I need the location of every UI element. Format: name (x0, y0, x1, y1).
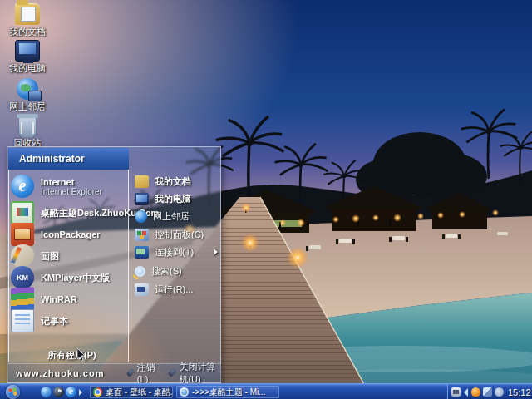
menu-item-notepad[interactable]: 记事本 (11, 310, 126, 332)
taskbar-window-wallpaper[interactable]: 桌面 - 壁纸 - 桌酷... (90, 386, 173, 398)
quick-launch-ie-icon[interactable]: e (66, 387, 76, 397)
kmplayer-icon: KM (11, 266, 34, 289)
menu-item-run[interactable]: 运行(R)... (135, 281, 221, 298)
taskbar: e 桌面 - 壁纸 - 桌酷... ->>>桌酷主题 - Mi... 15:12 (0, 383, 532, 399)
start-menu-footer: www.zhuoku.com 注销(L) 关闭计算机(U) (8, 363, 221, 382)
menu-item-kmplayer[interactable]: KM KMPlayer中文版 (11, 267, 126, 288)
menu-item-winrar[interactable]: WinRAR (11, 288, 126, 310)
menu-item-connect-to[interactable]: 连接到(T) (135, 244, 221, 260)
system-tray: 15:12 (447, 384, 532, 399)
start-menu-user-banner: Administrator (8, 148, 129, 170)
shutdown-button[interactable]: 关闭计算机(U) (170, 361, 221, 386)
search-icon (135, 266, 145, 277)
tray-network-icon[interactable] (483, 387, 492, 397)
start-menu-right-panel: 我的文档 我的电脑 网上邻居 控制面板(C) 连接到(T) 搜索(S) (130, 170, 221, 362)
desktop: 我的文档 我的电脑 网上邻居 回收站 Administrator e Inter… (0, 0, 532, 399)
quick-launch-media-player-icon[interactable] (53, 387, 64, 397)
run-icon (135, 283, 149, 296)
desktop-icon-my-computer[interactable]: 我的电脑 (2, 40, 53, 73)
logoff-button[interactable]: 注销(L) (128, 362, 158, 384)
menu-item-zhuoku-theme[interactable]: 桌酷主题Desk.ZhuoKu.Com (11, 202, 126, 224)
menu-item-iconpackager[interactable]: IconPackager (11, 224, 126, 245)
start-button[interactable] (6, 385, 20, 399)
browser-icon (93, 387, 102, 397)
logoff-icon (126, 368, 135, 377)
desktop-icon-label: 我的文档 (2, 27, 53, 37)
zhuoku-site-label: www.zhuoku.com (16, 368, 105, 378)
all-programs-button[interactable]: 所有程序(P) (47, 349, 96, 362)
connect-to-icon (135, 246, 149, 259)
quick-launch-messenger-icon[interactable] (41, 387, 52, 397)
notepad-icon (11, 309, 34, 332)
taskbar-window-zhuoku-theme[interactable]: ->>>桌酷主题 - Mi... (176, 386, 279, 398)
tray-collapse-arrow-icon[interactable] (464, 388, 468, 397)
iconpackager-icon (11, 223, 34, 246)
submenu-arrow-icon (214, 249, 218, 255)
desktop-icon-label: 我的电脑 (2, 63, 53, 73)
my-computer-icon (15, 40, 40, 62)
menu-item-search[interactable]: 搜索(S) (135, 263, 221, 279)
menu-item-my-documents[interactable]: 我的文档 (135, 173, 221, 190)
quick-launch-expand-icon[interactable] (79, 389, 82, 396)
network-places-icon (17, 78, 38, 100)
menu-item-control-panel[interactable]: 控制面板(C) (135, 226, 221, 243)
desktop-icon-recycle-bin[interactable]: 回收站 (2, 116, 53, 148)
tray-messenger-icon[interactable] (471, 387, 480, 397)
menu-item-network-places[interactable]: 网上邻居 (135, 208, 221, 224)
tray-volume-icon[interactable] (495, 387, 504, 397)
menu-item-paint[interactable]: 画图 (11, 245, 126, 267)
internet-explorer-icon: e (11, 175, 34, 198)
input-method-keyboard-icon[interactable] (451, 387, 461, 397)
control-panel-icon (135, 229, 149, 241)
desktop-icon-label: 网上邻居 (2, 101, 53, 111)
start-menu: Administrator e Internet Internet Explor… (7, 146, 221, 383)
paint-icon (11, 244, 34, 268)
my-documents-icon (135, 175, 149, 188)
network-places-icon (135, 210, 147, 223)
desktop-icon-network-places[interactable]: 网上邻居 (2, 78, 53, 111)
winrar-icon (11, 287, 34, 312)
desktop-icon-my-documents[interactable]: 我的文档 (2, 3, 53, 37)
shutdown-icon (168, 368, 177, 377)
zhuoku-theme-icon (11, 201, 34, 224)
windows-flag-icon (8, 387, 17, 396)
recycle-bin-icon (18, 116, 37, 138)
menu-item-my-computer[interactable]: 我的电脑 (135, 190, 221, 207)
ie-document-icon (180, 387, 189, 397)
my-computer-icon (135, 193, 149, 205)
my-documents-icon (15, 3, 40, 25)
taskbar-clock[interactable]: 15:12 (508, 387, 531, 397)
menu-item-internet[interactable]: e Internet Internet Explorer (11, 172, 126, 200)
